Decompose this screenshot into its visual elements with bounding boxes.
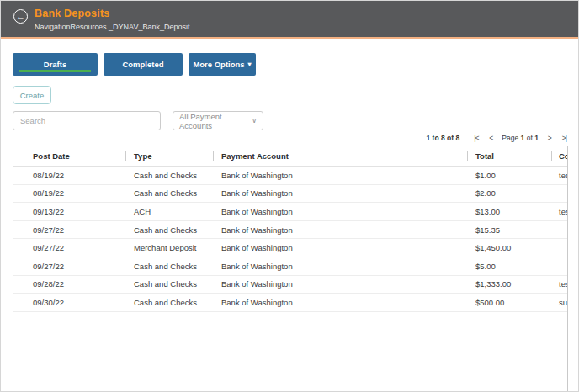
table-row[interactable]: 09/27/22Cash and ChecksBank of Washingto… — [13, 221, 567, 240]
column-header-payment_account[interactable]: Payment Account — [213, 146, 467, 166]
cell-comments: sup — [551, 298, 568, 307]
payment-account-filter-value: All Payment Accounts — [179, 112, 252, 130]
cell-payment_account: Bank of Washington — [213, 279, 467, 289]
page-title: Bank Deposits — [35, 8, 189, 19]
tab-drafts[interactable]: Drafts — [13, 53, 98, 76]
column-header-comments[interactable]: Comments — [551, 146, 568, 166]
cell-payment_account: Bank of Washington — [213, 171, 467, 180]
cell-comments: test — [551, 171, 568, 180]
cell-payment_account: Bank of Washington — [213, 225, 467, 235]
next-page-button[interactable]: > — [546, 134, 553, 142]
pagination-range: 1 to 8 of 8 — [426, 134, 459, 142]
last-page-button[interactable]: >| — [560, 134, 568, 142]
active-tab-indicator — [19, 70, 91, 72]
cell-post_date: 08/19/22 — [13, 188, 125, 198]
cell-post_date: 09/27/22 — [13, 225, 125, 235]
table-row[interactable]: 09/27/22Merchant DepositBank of Washingt… — [13, 239, 567, 257]
cell-total: $2.00 — [467, 188, 551, 198]
cell-post_date: 09/27/22 — [13, 262, 125, 271]
cell-total: $1.00 — [467, 171, 551, 180]
column-header-total[interactable]: Total — [467, 146, 551, 166]
total-pages-number: 1 — [534, 134, 539, 142]
cell-type: Cash and Checks — [125, 188, 213, 198]
cell-payment_account: Bank of Washington — [213, 262, 467, 271]
deposits-table: Post DateTypePayment AccountTotalComment… — [13, 146, 568, 392]
page-header: ← Bank Deposits NavigationResources._DYN… — [1, 1, 578, 39]
more-options-label: More Options — [193, 60, 244, 69]
cell-type: Merchant Deposit — [125, 243, 213, 252]
cell-type: ACH — [125, 207, 213, 216]
cell-total: $1,450.00 — [467, 243, 551, 252]
cell-type: Cash and Checks — [125, 298, 213, 307]
cell-post_date: 09/27/22 — [13, 243, 125, 252]
column-header-post_date[interactable]: Post Date — [13, 146, 125, 166]
tab-completed-label: Completed — [122, 60, 163, 69]
pagination: 1 to 8 of 8 |< < Page 1 of 1 > >| — [13, 132, 568, 143]
cell-total: $500.00 — [467, 298, 551, 307]
tab-drafts-label: Drafts — [44, 60, 66, 69]
tab-bar: Drafts Completed More Options ▾ — [13, 53, 578, 76]
table-row[interactable]: 09/30/22Cash and ChecksBank of Washingto… — [13, 294, 567, 312]
cell-payment_account: Bank of Washington — [213, 243, 467, 252]
cell-comments: test — [551, 279, 568, 289]
cell-total: $5.00 — [467, 262, 551, 271]
search-input[interactable] — [13, 111, 161, 130]
page-subtitle: NavigationResources._DYNAV_Bank_Deposit — [35, 23, 189, 31]
page-label: Page — [502, 134, 518, 142]
caret-down-icon: ▾ — [248, 61, 252, 68]
back-button[interactable]: ← — [13, 9, 28, 24]
filter-row: All Payment Accounts ∨ — [13, 111, 578, 130]
cell-total: $13.00 — [467, 207, 551, 216]
table-row[interactable]: 09/28/22Cash and ChecksBank of Washingto… — [13, 276, 567, 294]
current-page-number: 1 — [521, 134, 525, 142]
page-indicator: Page 1 of 1 — [502, 134, 539, 142]
table-row[interactable]: 09/27/22Cash and ChecksBank of Washingto… — [13, 257, 567, 276]
cell-payment_account: Bank of Washington — [213, 188, 467, 198]
more-options-button[interactable]: More Options ▾ — [189, 53, 256, 76]
table-header-row: Post DateTypePayment AccountTotalComment… — [13, 146, 567, 167]
of-label: of — [527, 134, 533, 142]
table-row[interactable]: 08/19/22Cash and ChecksBank of Washingto… — [13, 185, 567, 204]
back-arrow-icon: ← — [16, 12, 25, 21]
column-header-type[interactable]: Type — [125, 146, 213, 166]
header-text: Bank Deposits NavigationResources._DYNAV… — [35, 8, 189, 31]
cell-payment_account: Bank of Washington — [213, 298, 467, 307]
table-row[interactable]: 08/19/22Cash and ChecksBank of Washingto… — [13, 167, 567, 185]
cell-post_date: 09/13/22 — [13, 207, 125, 216]
payment-account-filter[interactable]: All Payment Accounts ∨ — [173, 111, 263, 130]
create-button[interactable]: Create — [13, 86, 51, 104]
first-page-button[interactable]: |< — [472, 134, 480, 142]
table-row[interactable]: 09/13/22ACHBank of Washington$13.00test — [13, 203, 567, 221]
cell-post_date: 09/30/22 — [13, 298, 125, 307]
cell-total: $15.35 — [467, 225, 551, 235]
tab-completed[interactable]: Completed — [104, 53, 183, 76]
table-body: 08/19/22Cash and ChecksBank of Washingto… — [13, 167, 567, 312]
bank-deposits-page: ← Bank Deposits NavigationResources._DYN… — [0, 0, 579, 392]
cell-type: Cash and Checks — [125, 262, 213, 271]
cell-payment_account: Bank of Washington — [213, 207, 467, 216]
cell-total: $1,333.00 — [467, 279, 551, 289]
chevron-down-icon: ∨ — [252, 117, 257, 124]
cell-comments: test — [551, 207, 568, 216]
cell-post_date: 09/28/22 — [13, 279, 125, 289]
previous-page-button[interactable]: < — [487, 134, 494, 142]
cell-post_date: 08/19/22 — [13, 171, 125, 180]
cell-type: Cash and Checks — [125, 171, 213, 180]
cell-type: Cash and Checks — [125, 279, 213, 289]
cell-type: Cash and Checks — [125, 225, 213, 235]
